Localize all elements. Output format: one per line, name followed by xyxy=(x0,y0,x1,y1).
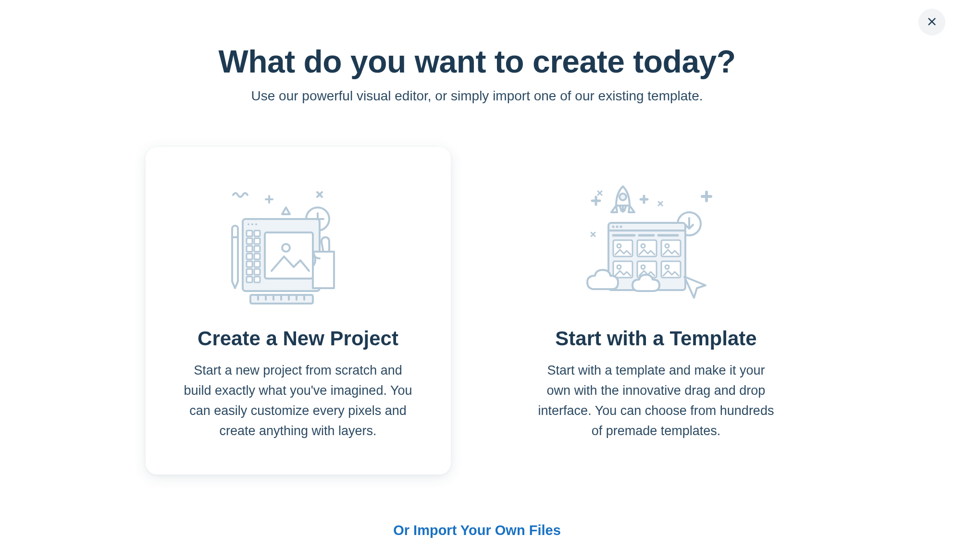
svg-point-6 xyxy=(255,223,257,225)
svg-rect-18 xyxy=(254,269,260,275)
svg-rect-9 xyxy=(247,238,252,244)
option-description-template: Start with a template and make it your o… xyxy=(537,361,775,441)
svg-point-36 xyxy=(612,226,615,228)
svg-rect-8 xyxy=(254,231,260,236)
svg-rect-20 xyxy=(254,277,260,282)
svg-rect-14 xyxy=(254,254,260,259)
option-card-template[interactable]: Start with a Template Start with a templ… xyxy=(504,147,809,475)
modal-content: What do you want to create today? Use ou… xyxy=(136,0,818,538)
svg-rect-17 xyxy=(247,269,252,275)
options-row: Create a New Project Start a new project… xyxy=(136,147,818,475)
option-title-new-project: Create a New Project xyxy=(179,327,417,350)
option-description-new-project: Start a new project from scratch and bui… xyxy=(179,361,417,441)
svg-rect-7 xyxy=(247,231,252,236)
import-own-files-link[interactable]: Or Import Your Own Files xyxy=(393,523,561,538)
svg-rect-15 xyxy=(247,261,252,267)
close-icon xyxy=(927,16,937,28)
close-button[interactable] xyxy=(918,9,945,36)
svg-point-37 xyxy=(616,226,619,228)
svg-rect-12 xyxy=(254,246,260,252)
svg-rect-10 xyxy=(254,238,260,244)
template-illustration xyxy=(537,171,775,310)
svg-point-38 xyxy=(620,226,622,228)
option-title-template: Start with a Template xyxy=(537,327,775,350)
option-card-new-project[interactable]: Create a New Project Start a new project… xyxy=(146,147,451,475)
svg-rect-13 xyxy=(247,254,252,259)
svg-rect-19 xyxy=(247,277,252,282)
new-project-illustration xyxy=(179,171,417,310)
svg-point-4 xyxy=(248,223,249,225)
svg-rect-16 xyxy=(254,261,260,267)
svg-rect-11 xyxy=(247,246,252,252)
page-title: What do you want to create today? xyxy=(136,43,818,80)
svg-point-5 xyxy=(251,223,253,225)
svg-point-32 xyxy=(619,194,626,200)
page-subtitle: Use our powerful visual editor, or simpl… xyxy=(136,88,818,104)
